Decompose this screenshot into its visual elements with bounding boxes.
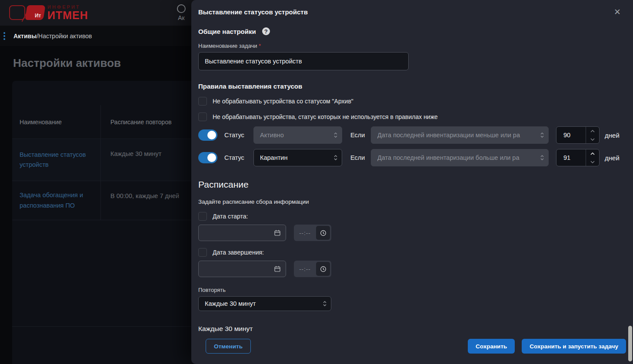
status-label: Статус: [224, 132, 247, 139]
nav-item-assets-partial[interactable]: Ак: [171, 4, 191, 21]
task-schedule: В 00:00, каждые 7 дней: [110, 192, 179, 199]
task-name-input[interactable]: [198, 52, 409, 70]
days-number-input[interactable]: 90: [556, 126, 600, 144]
logo-brand-large: ИТМЕН: [47, 10, 88, 21]
end-date-label: Дата завершения:: [213, 249, 264, 256]
chevron-up-down-icon: [334, 155, 337, 160]
skip-unused-status-label: Не обрабатывать устройства, статус котор…: [213, 113, 438, 120]
chevron-up-down-icon: [540, 155, 544, 160]
nav-item-icon: [177, 4, 186, 13]
app-logo[interactable]: Ит ИНФЕРИТ ИТМЕН: [9, 4, 88, 21]
rules-heading: Правила выставления статусов: [198, 83, 302, 90]
breadcrumb-rest: /Настройки активов: [37, 33, 92, 40]
close-icon[interactable]: ✕: [614, 8, 621, 16]
spinner-down-icon[interactable]: [586, 158, 599, 166]
rule-toggle[interactable]: [198, 129, 217, 141]
start-date-input[interactable]: [198, 225, 286, 241]
skip-archive-label: Не обрабатывать устройства со статусом "…: [213, 98, 353, 105]
if-label: Если: [350, 154, 365, 161]
device-status-modal: Выставление статусов устройств ✕ Общие н…: [191, 0, 633, 364]
task-name-label: Наименование задачи *: [198, 43, 626, 49]
status-select[interactable]: Карантин: [253, 149, 342, 166]
breadcrumb-section[interactable]: Активы: [13, 33, 37, 40]
logo-badge: Ит: [25, 5, 45, 20]
schedule-subtitle: Задайте расписание сбора информации: [198, 199, 626, 205]
status-rule-row: Статус Карантин Если Дата последней инве…: [198, 149, 626, 166]
save-button[interactable]: Сохранить: [468, 339, 515, 354]
required-asterisk: *: [259, 43, 261, 49]
logo-outline-shape: [9, 5, 25, 20]
task-link[interactable]: Выставление статусов устройств: [20, 150, 100, 170]
task-link[interactable]: Задача обогащения и распознавания ПО: [20, 190, 100, 210]
days-label: дней: [605, 154, 620, 162]
schedule-heading: Расписание: [198, 179, 626, 190]
status-select[interactable]: Активно: [253, 126, 342, 144]
save-and-run-button[interactable]: Сохранить и запустить задачу: [522, 339, 626, 354]
days-label: дней: [605, 132, 620, 139]
page-title: Настройки активов: [13, 56, 121, 70]
status-label: Статус: [224, 154, 247, 161]
column-header-name: Наименование: [12, 105, 101, 139]
status-rule-row: Статус Активно Если Дата последней инвен…: [198, 126, 626, 144]
end-date-checkbox[interactable]: [198, 248, 207, 257]
condition-select[interactable]: Дата последней инвентаризации больше или…: [371, 149, 549, 166]
if-label: Если: [350, 132, 365, 139]
nav-item-label: Ак: [171, 14, 191, 21]
cancel-button[interactable]: Отменить: [206, 339, 251, 354]
days-number-input[interactable]: 91: [556, 149, 600, 166]
chevron-up-down-icon: [334, 132, 337, 138]
end-time-input[interactable]: --:--: [294, 261, 331, 277]
chevron-up-down-icon: [540, 132, 544, 138]
end-date-input[interactable]: [198, 261, 286, 277]
repeat-select[interactable]: Каждые 30 минут: [198, 296, 331, 311]
clock-icon[interactable]: [316, 226, 330, 240]
start-date-checkbox[interactable]: [198, 212, 207, 221]
general-settings-heading: Общие настройки: [198, 28, 256, 35]
kebab-menu-icon[interactable]: [3, 32, 5, 40]
modal-footer: Отменить Сохранить Сохранить и запустить…: [198, 339, 626, 354]
spinner-down-icon[interactable]: [586, 135, 599, 143]
repeat-summary: Каждые 30 минут: [198, 325, 626, 333]
skip-archive-checkbox[interactable]: [198, 97, 207, 106]
calendar-icon: [274, 229, 281, 236]
spinner-up-icon[interactable]: [586, 127, 599, 135]
chevron-up-down-icon: [323, 301, 326, 306]
logo-text: ИНФЕРИТ ИТМЕН: [47, 4, 88, 21]
calendar-icon: [274, 265, 281, 272]
condition-select[interactable]: Дата последней инвентаризации меньше или…: [371, 126, 549, 144]
start-time-input[interactable]: --:--: [294, 225, 331, 241]
logo-badge-text: Ит: [35, 13, 41, 19]
start-date-label: Дата старта:: [213, 213, 248, 220]
modal-title: Выставление статусов устройств: [198, 8, 308, 16]
clock-icon[interactable]: [316, 262, 330, 276]
skip-unused-status-checkbox[interactable]: [198, 113, 207, 121]
modal-scrollbar[interactable]: [628, 326, 632, 361]
help-icon[interactable]: ?: [262, 27, 270, 35]
task-schedule: Каждые 30 минут: [110, 150, 161, 157]
spinner-up-icon[interactable]: [586, 149, 599, 158]
breadcrumb[interactable]: Активы/Настройки активов: [13, 33, 92, 40]
repeat-label: Повторять: [198, 287, 626, 293]
rule-toggle[interactable]: [198, 152, 217, 163]
